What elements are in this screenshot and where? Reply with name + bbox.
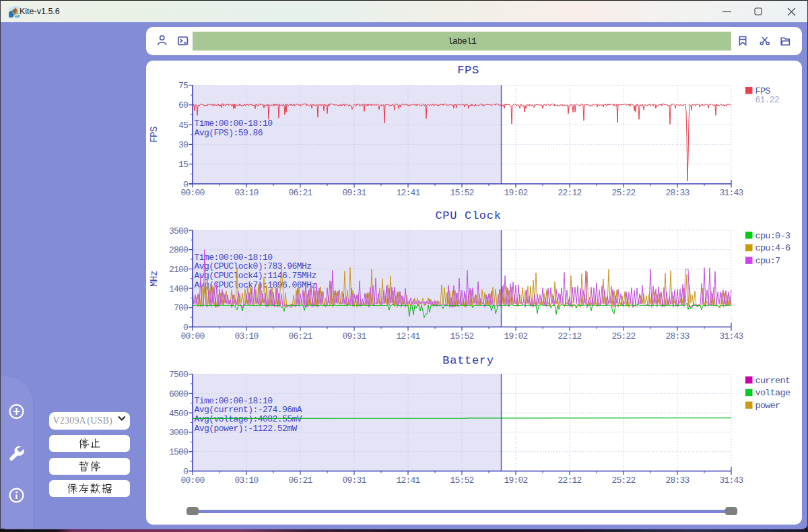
svg-text:cpu:4-6: cpu:4-6 [755, 243, 790, 253]
svg-text:22:12: 22:12 [558, 475, 581, 486]
svg-text:700: 700 [174, 303, 188, 313]
svg-text:75: 75 [178, 81, 188, 91]
svg-text:2100: 2100 [169, 265, 188, 275]
svg-text:03:10: 03:10 [234, 331, 258, 341]
svg-text:Avg(current):-274.96mA: Avg(current):-274.96mA [195, 405, 302, 415]
svg-text:4500: 4500 [169, 409, 188, 419]
svg-text:Avg(FPS):59.86: Avg(FPS):59.86 [195, 128, 263, 138]
svg-text:06:21: 06:21 [288, 331, 312, 341]
svg-text:FPS: FPS [149, 127, 160, 143]
svg-text:19:02: 19:02 [504, 475, 527, 486]
svg-text:15:52: 15:52 [450, 475, 473, 486]
svg-text:22:12: 22:12 [558, 188, 581, 198]
svg-text:Battery: Battery [442, 354, 494, 367]
svg-text:cpu:7: cpu:7 [755, 256, 781, 266]
svg-text:power: power [755, 401, 780, 411]
svg-text:7500: 7500 [169, 370, 188, 380]
svg-text:60: 60 [178, 100, 188, 110]
svg-text:22:12: 22:12 [558, 331, 581, 341]
svg-text:03:10: 03:10 [234, 188, 258, 198]
svg-text:31:43: 31:43 [719, 331, 743, 341]
svg-text:2800: 2800 [169, 245, 188, 255]
svg-text:1400: 1400 [169, 284, 188, 294]
svg-text:25:22: 25:22 [611, 475, 635, 486]
svg-text:MHz: MHz [149, 271, 160, 287]
svg-text:31:43: 31:43 [719, 475, 743, 486]
svg-text:current: current [755, 376, 790, 386]
svg-text:Avg(CPUClock4):1146.75MHz: Avg(CPUClock4):1146.75MHz [195, 271, 316, 281]
svg-text:Time:00:00-18:10: Time:00:00-18:10 [195, 119, 273, 129]
svg-text:3500: 3500 [169, 226, 188, 236]
svg-text:06:21: 06:21 [288, 188, 312, 198]
svg-text:Avg(voltage):4082.55mV: Avg(voltage):4082.55mV [195, 414, 302, 424]
svg-text:09:31: 09:31 [342, 188, 366, 198]
svg-text:28:33: 28:33 [665, 188, 689, 198]
svg-text:28:33: 28:33 [665, 331, 689, 341]
svg-text:19:02: 19:02 [504, 188, 527, 198]
svg-text:Time:00:00-18:10: Time:00:00-18:10 [195, 396, 273, 406]
svg-text:00:00: 00:00 [180, 188, 204, 198]
svg-text:09:31: 09:31 [342, 331, 366, 341]
svg-text:30: 30 [178, 140, 188, 150]
svg-text:61.22: 61.22 [755, 95, 780, 105]
svg-text:Time:00:00-18:10: Time:00:00-18:10 [195, 253, 273, 263]
svg-text:cpu:0-3: cpu:0-3 [755, 231, 790, 241]
svg-text:FPS: FPS [457, 64, 479, 77]
svg-text:12:41: 12:41 [396, 188, 420, 198]
svg-text:6000: 6000 [169, 389, 188, 399]
svg-text:3000: 3000 [169, 428, 188, 438]
svg-text:25:22: 25:22 [611, 331, 635, 341]
svg-text:Avg(CPUClock0):783.96MHz: Avg(CPUClock0):783.96MHz [195, 261, 312, 271]
svg-text:12:41: 12:41 [396, 331, 420, 341]
svg-text:28:33: 28:33 [665, 475, 689, 486]
svg-text:25:22: 25:22 [611, 188, 635, 198]
svg-text:15:52: 15:52 [450, 331, 473, 341]
svg-text:1500: 1500 [169, 447, 188, 457]
svg-text:voltage: voltage [755, 388, 790, 398]
svg-text:19:02: 19:02 [504, 331, 527, 341]
svg-text:31:43: 31:43 [719, 188, 743, 198]
svg-text:09:31: 09:31 [342, 475, 366, 486]
svg-text:06:21: 06:21 [288, 475, 312, 486]
svg-text:15: 15 [178, 160, 188, 170]
svg-text:15:52: 15:52 [450, 188, 473, 198]
svg-text:03:10: 03:10 [234, 475, 258, 486]
svg-text:Avg(power):-1122.52mW: Avg(power):-1122.52mW [195, 424, 298, 434]
svg-text:CPU Clock: CPU Clock [435, 209, 501, 222]
svg-text:00:00: 00:00 [180, 331, 204, 341]
svg-text:12:41: 12:41 [396, 475, 420, 486]
svg-text:00:00: 00:00 [180, 475, 204, 486]
svg-text:45: 45 [178, 121, 188, 131]
